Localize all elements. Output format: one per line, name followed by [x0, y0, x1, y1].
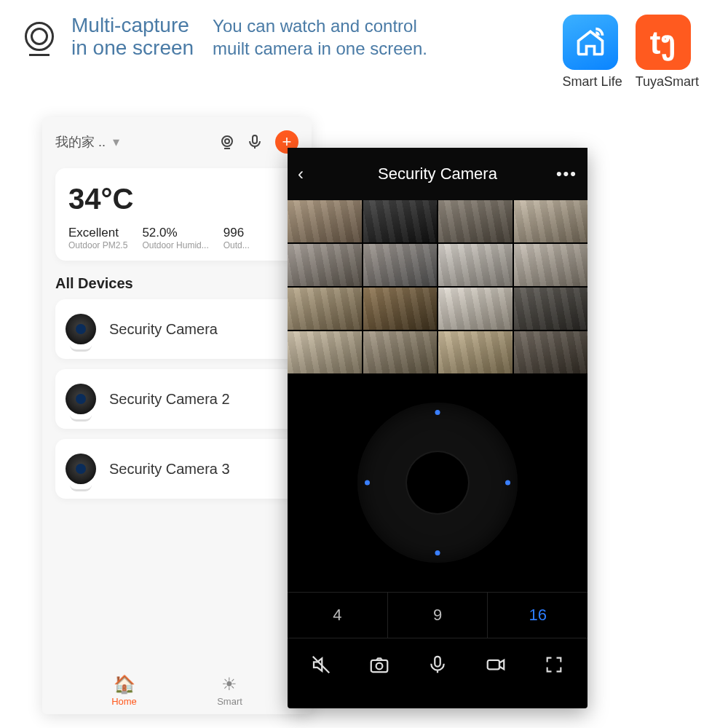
header-title: Multi-capture [71, 15, 194, 37]
device-card[interactable]: Security Camera [55, 299, 298, 359]
camera-grid[interactable] [288, 200, 587, 373]
camera-feed-tile[interactable] [438, 331, 513, 373]
badge-label: TuyaSmart [636, 74, 699, 90]
camera-feed-tile[interactable] [363, 331, 438, 373]
split-option-9[interactable]: 9 [387, 593, 488, 638]
camera-feed-tile[interactable] [363, 288, 438, 330]
svg-point-0 [222, 136, 232, 146]
header-subtitle-block: You can watch and control muilt camera i… [208, 15, 427, 60]
ptz-up[interactable] [435, 410, 440, 415]
grid-split-selector: 4 9 16 [288, 592, 587, 638]
header-sub: You can watch and control [213, 15, 427, 37]
more-menu-button[interactable]: ••• [556, 165, 577, 183]
tab-smart[interactable]: ☀ Smart [217, 674, 242, 707]
svg-rect-4 [371, 660, 388, 672]
home-screen: 我的家 .. ▾ + 34°C ExcellentOutdoor PM2.5 5… [42, 117, 312, 714]
ptz-center-button[interactable] [407, 452, 468, 513]
header-title-block: Multi-capture in one screen [71, 15, 194, 60]
tab-home[interactable]: 🏠 Home [111, 674, 137, 707]
ptz-dpad[interactable] [357, 403, 518, 563]
marketing-header: Multi-capture in one screen You can watc… [0, 0, 728, 97]
device-card[interactable]: Security Camera 3 [55, 439, 298, 499]
svg-rect-7 [488, 660, 499, 670]
fullscreen-icon[interactable] [541, 652, 567, 678]
temperature: 34°C [68, 183, 285, 215]
camera-feed-tile[interactable] [514, 288, 588, 330]
camera-feed-tile[interactable] [363, 200, 438, 242]
home-icon: 🏠 [111, 674, 137, 695]
camera-feed-tile[interactable] [514, 331, 588, 373]
tuya-smart-icon: tງ [636, 15, 691, 70]
camera-feed-tile[interactable] [438, 244, 513, 286]
mute-icon[interactable] [308, 652, 334, 678]
device-card[interactable]: Security Camera 2 [55, 369, 298, 429]
camera-device-icon [66, 314, 96, 344]
page-title: Security Camera [378, 165, 497, 183]
snapshot-icon[interactable] [366, 652, 392, 678]
home-dropdown[interactable]: 我的家 .. [55, 133, 106, 151]
camera-feed-tile[interactable] [288, 200, 362, 242]
camera-feed-tile[interactable] [514, 244, 588, 286]
svg-rect-6 [435, 657, 440, 667]
smart-icon: ☀ [217, 674, 242, 695]
smart-life-icon [563, 15, 618, 70]
svg-point-1 [225, 139, 229, 143]
back-button[interactable]: ‹ [298, 164, 304, 184]
talk-mic-icon[interactable] [424, 652, 451, 678]
ptz-down[interactable] [435, 550, 440, 555]
svg-point-5 [376, 663, 383, 670]
camera-feed-tile[interactable] [514, 200, 588, 242]
camera-device-icon [66, 454, 96, 484]
camera-feed-tile[interactable] [363, 244, 438, 286]
header-sub: muilt camera in one screen. [213, 37, 427, 60]
record-icon[interactable] [483, 652, 509, 678]
camera-device-icon [66, 384, 96, 414]
camera-feed-tile[interactable] [438, 200, 513, 242]
split-option-4[interactable]: 4 [288, 593, 387, 638]
header-title: in one screen [71, 37, 194, 60]
camera-feed-tile[interactable] [288, 331, 362, 373]
app-badges: Smart Life tງ TuyaSmart [563, 15, 706, 90]
ptz-right[interactable] [505, 480, 510, 486]
ptz-left[interactable] [365, 480, 370, 486]
split-option-16[interactable]: 16 [487, 593, 587, 638]
mic-icon[interactable] [245, 132, 265, 152]
all-devices-heading: All Devices [55, 275, 298, 292]
camera-feed-tile[interactable] [288, 244, 362, 286]
camera-outline-icon [22, 19, 57, 54]
weather-card[interactable]: 34°C ExcellentOutdoor PM2.5 52.0%Outdoor… [55, 168, 298, 261]
camera-shortcut-icon[interactable] [217, 132, 237, 152]
camera-feed-tile[interactable] [288, 288, 362, 330]
svg-rect-2 [253, 135, 257, 143]
camera-feed-tile[interactable] [438, 288, 513, 330]
badge-label: Smart Life [563, 74, 622, 90]
camera-multiview-screen: ‹ Security Camera ••• [288, 148, 587, 708]
